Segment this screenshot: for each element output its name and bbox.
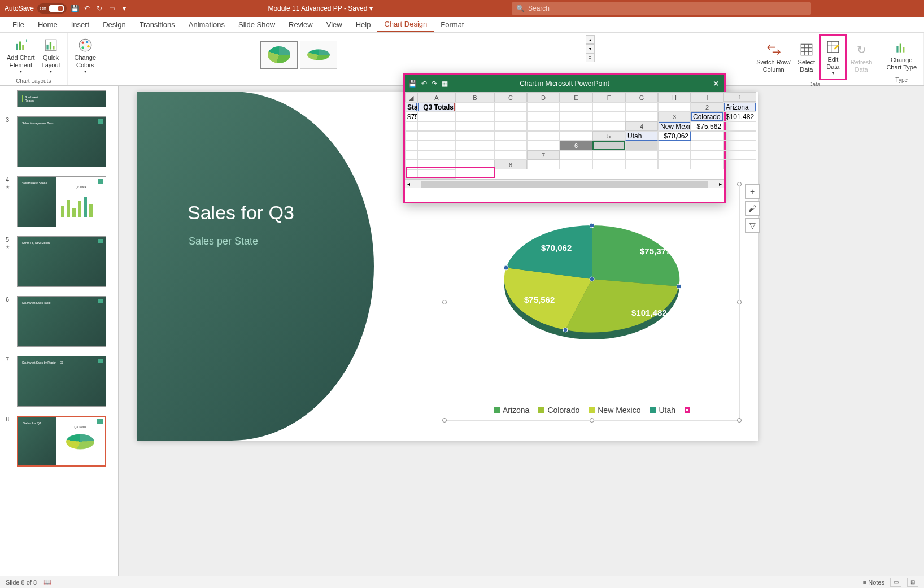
notes-button[interactable]: ≡ Notes xyxy=(863,579,884,586)
search-input[interactable] xyxy=(528,5,807,12)
chart-style-2[interactable] xyxy=(300,41,337,69)
refresh-data-button: ↻ Refresh Data xyxy=(847,38,876,76)
edit-data-button[interactable]: Edit Data ▾ xyxy=(819,34,847,80)
excel-save-icon[interactable]: 💾 xyxy=(408,80,417,88)
col-header[interactable]: E xyxy=(560,92,592,102)
tab-review[interactable]: Review xyxy=(282,18,320,31)
col-header[interactable]: D xyxy=(527,92,560,102)
gallery-up-icon[interactable]: ▴ xyxy=(586,35,595,44)
slide-thumb-5[interactable]: 5★ Santa Fe, New Mexico xyxy=(0,232,118,291)
gallery-down-icon[interactable]: ▾ xyxy=(586,44,595,53)
col-header[interactable]: A xyxy=(417,92,456,102)
slide-thumb-4[interactable]: 4★ Southwest SalesQ3 Data xyxy=(0,172,118,232)
cell[interactable]: $101,482 xyxy=(723,112,756,121)
svg-rect-25 xyxy=(67,200,70,217)
autosave-toggle[interactable]: On xyxy=(37,3,67,14)
chart-filter-button[interactable]: ▽ xyxy=(745,218,760,233)
row-header[interactable]: 8 xyxy=(494,160,527,169)
slide-thumb-6[interactable]: 6 Southwest Sales Table xyxy=(0,291,118,351)
cell[interactable]: Utah xyxy=(625,131,658,141)
tab-slideshow[interactable]: Slide Show xyxy=(232,18,282,31)
search-box[interactable]: 🔍 xyxy=(512,2,811,15)
row-header[interactable]: 5 xyxy=(592,131,625,141)
row-header[interactable]: 2 xyxy=(691,102,723,112)
tab-view[interactable]: View xyxy=(320,18,349,31)
col-header[interactable]: I xyxy=(691,92,723,102)
notes-indicator-icon[interactable]: 📖 xyxy=(43,578,51,586)
col-header[interactable]: G xyxy=(625,92,658,102)
cell[interactable]: $75,562 xyxy=(691,121,723,131)
col-header[interactable]: F xyxy=(592,92,625,102)
col-header[interactable]: B xyxy=(456,92,494,102)
tab-help[interactable]: Help xyxy=(349,18,378,31)
excel-redo-icon[interactable]: ↷ xyxy=(432,80,437,88)
ribbon-group-label: Type xyxy=(895,76,908,84)
status-bar: Slide 8 of 8 📖 ≡ Notes ▭ ⊞ xyxy=(0,576,924,588)
change-chart-type-button[interactable]: Change Chart Type xyxy=(883,36,920,73)
cell[interactable]: Arizona xyxy=(723,102,756,112)
save-icon[interactable]: 💾 xyxy=(70,4,79,13)
select-data-button[interactable]: Select Data xyxy=(794,38,819,76)
tab-format[interactable]: Format xyxy=(434,18,470,31)
excel-chart-icon[interactable]: ▦ xyxy=(442,80,448,88)
cell[interactable]: $70,062 xyxy=(658,131,691,141)
pie-chart-object[interactable]: + 🖌 ▽ $75,377 xyxy=(444,184,740,421)
tab-animations[interactable]: Animations xyxy=(182,18,232,31)
slideshow-icon[interactable]: ▭ xyxy=(107,4,116,13)
svg-point-11 xyxy=(87,45,89,47)
change-colors-button[interactable]: Change Colors ▾ xyxy=(71,34,100,77)
row-header[interactable]: 4 xyxy=(625,121,658,131)
svg-rect-21 xyxy=(897,46,899,53)
chart-style-1[interactable] xyxy=(260,41,298,69)
row-header[interactable]: 3 xyxy=(658,112,691,121)
close-icon[interactable]: ✕ xyxy=(713,79,720,88)
tab-chart-design[interactable]: Chart Design xyxy=(377,18,434,32)
chart-plus-button[interactable]: + xyxy=(745,184,760,199)
row-header[interactable]: 7 xyxy=(527,150,560,160)
chart-data-window[interactable]: 💾 ↶ ↷ ▦ Chart in Microsoft PowerPoint ✕ … xyxy=(403,73,726,203)
chart-brush-button[interactable]: 🖌 xyxy=(745,201,760,216)
row-header[interactable]: 6 xyxy=(560,141,592,150)
slide-thumb-3[interactable]: 3 Sales Management Team xyxy=(0,112,118,172)
normal-view-icon[interactable]: ▭ xyxy=(890,578,901,587)
row-header[interactable]: 1 xyxy=(723,92,756,102)
chart-style-gallery[interactable]: ▴ ▾ ≡ xyxy=(257,34,596,76)
cell[interactable] xyxy=(625,141,658,150)
chevron-down-icon: ▾ xyxy=(20,69,22,75)
tab-file[interactable]: File xyxy=(6,18,31,31)
col-header[interactable]: C xyxy=(494,92,527,102)
chart-legend: Arizona Colorado New Mexico Utah xyxy=(444,406,739,415)
redo-icon[interactable]: ↻ xyxy=(95,4,104,13)
undo-icon[interactable]: ↶ xyxy=(82,4,91,13)
col-header[interactable]: H xyxy=(658,92,691,102)
tab-design[interactable]: Design xyxy=(96,18,132,31)
sorter-view-icon[interactable]: ⊞ xyxy=(907,578,918,587)
active-cell[interactable] xyxy=(592,141,625,150)
cell[interactable]: New Mexico xyxy=(658,121,691,131)
legend-extra-empty xyxy=(685,407,690,413)
slide-title[interactable]: Sales for Q3 xyxy=(188,202,294,224)
slide-thumbnails[interactable]: Southwest Region 3 Sales Management Team… xyxy=(0,86,119,576)
gallery-more-icon[interactable]: ≡ xyxy=(586,53,595,62)
cell[interactable]: $75,377 xyxy=(405,112,417,121)
quick-layout-button[interactable]: Quick Layout ▾ xyxy=(38,34,64,77)
tab-home[interactable]: Home xyxy=(31,18,64,31)
tab-insert[interactable]: Insert xyxy=(64,18,97,31)
select-all-cell[interactable]: ◢ xyxy=(405,92,417,102)
ribbon-tabs: File Home Insert Design Transitions Anim… xyxy=(0,17,924,33)
slide-thumb-1-partial[interactable]: Southwest Region xyxy=(0,86,118,112)
cell[interactable]: Colorado xyxy=(691,112,723,121)
qat-more-icon[interactable]: ▾ xyxy=(120,4,129,13)
excel-undo-icon[interactable]: ↶ xyxy=(421,80,427,88)
excel-h-scrollbar[interactable]: ◂ ▸ xyxy=(405,179,724,188)
slide-background-panel xyxy=(137,92,374,441)
tab-transitions[interactable]: Transitions xyxy=(133,18,182,31)
cell[interactable]: Q3 Totals xyxy=(417,102,456,112)
cell[interactable]: State xyxy=(405,102,417,112)
excel-grid[interactable]: ◢ A B C D E F G H I 1 State Q3 Totals 2 … xyxy=(405,92,724,179)
switch-row-column-button[interactable]: Switch Row/ Column xyxy=(753,38,794,76)
add-chart-element-button[interactable]: + Add Chart Element ▾ xyxy=(3,34,38,77)
slide-thumb-8[interactable]: 8 Sales for Q3Q3 Totals xyxy=(0,411,118,471)
slide-thumb-7[interactable]: 7 Southwest Sales by Region – Q3 xyxy=(0,351,118,411)
slide-subtitle[interactable]: Sales per State xyxy=(189,236,258,247)
